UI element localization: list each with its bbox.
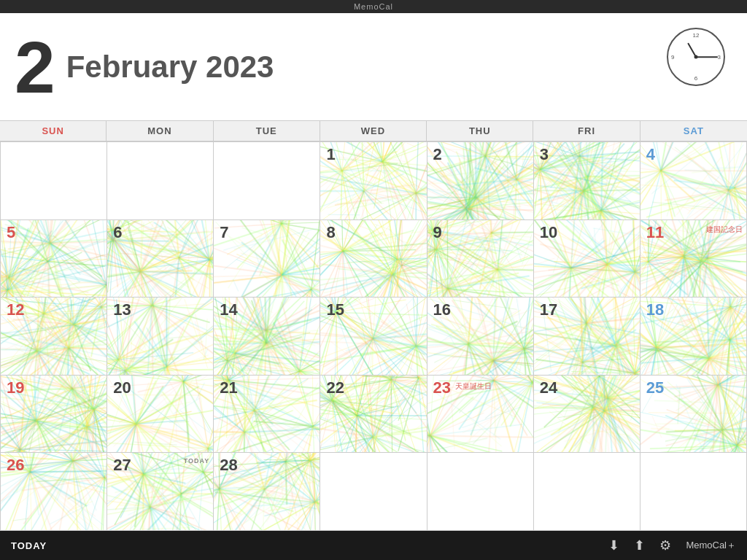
day-number: 11 (646, 225, 664, 241)
calendar-cell[interactable]: 2 (427, 142, 534, 220)
art-canvas (320, 142, 426, 219)
calendar-cell[interactable]: 28 (214, 453, 320, 531)
day-number: 5 (7, 225, 15, 241)
day-number: 22 (326, 380, 344, 396)
calendar-cell[interactable]: 10 (534, 220, 640, 298)
calendar-grid: 1234567891011建国記念日1213141516171819202122… (0, 141, 747, 531)
clock-face: 12 3 6 9 (667, 28, 725, 86)
calendar-cell[interactable]: 21 (214, 376, 320, 454)
calendar-cell[interactable] (320, 453, 427, 531)
calendar-cell[interactable]: 17 (534, 298, 640, 376)
memo-cal-logo: MemoCal＋ (686, 539, 736, 552)
bottom-right: ⬇ ⬆ ⚙ MemoCal＋ (608, 537, 736, 553)
calendar-cell[interactable]: 23天皇誕生日 (427, 376, 534, 454)
day-headers: SUN MON TUE WED THU FRI SAT (0, 121, 747, 141)
day-number: 18 (646, 302, 664, 318)
day-header-sat: SAT (640, 121, 747, 141)
calendar-cell[interactable] (534, 453, 640, 531)
art-canvas (427, 220, 533, 298)
day-number: 9 (433, 225, 442, 241)
art-canvas (534, 142, 640, 219)
today-button[interactable]: TODAY (11, 540, 47, 551)
header: 2 February 2023 12 3 6 9 (0, 13, 747, 121)
bottombar: TODAY ⬇ ⬆ ⚙ MemoCal＋ (0, 531, 747, 560)
art-canvas (1, 220, 107, 298)
calendar-cell[interactable]: 12 (1, 298, 107, 376)
calendar-cell[interactable]: 16 (427, 298, 534, 376)
day-header-wed: WED (320, 121, 427, 141)
calendar-cell[interactable]: 18 (640, 298, 747, 376)
day-number: 10 (540, 225, 557, 241)
calendar-cell[interactable]: 20 (107, 376, 214, 454)
month-title: February 2023 (66, 50, 274, 85)
day-header-thu: THU (427, 121, 533, 141)
share-icon[interactable]: ⬆ (634, 537, 645, 553)
day-header-mon: MON (107, 121, 213, 141)
day-number: 19 (7, 380, 24, 396)
clock: 12 3 6 9 (667, 28, 725, 86)
calendar-cell[interactable]: 19 (1, 376, 107, 454)
day-number: 28 (220, 457, 237, 473)
day-number: 25 (646, 380, 664, 396)
clock-3: 3 (718, 54, 721, 61)
art-canvas (320, 220, 426, 298)
day-number: 6 (113, 225, 122, 241)
calendar-cell[interactable]: 1 (320, 142, 427, 220)
calendar-cell[interactable]: 13 (107, 298, 214, 376)
download-icon[interactable]: ⬇ (608, 537, 619, 553)
calendar-cell[interactable]: 11建国記念日 (640, 220, 747, 298)
day-number: 16 (433, 302, 451, 318)
day-header-fri: FRI (533, 121, 640, 141)
calendar-cell[interactable]: 6 (107, 220, 214, 298)
calendar-cell[interactable]: 26 (1, 453, 107, 531)
clock-9: 9 (671, 54, 674, 61)
day-number: 21 (220, 380, 237, 396)
day-number: 8 (326, 225, 335, 241)
holiday-label: 建国記念日 (706, 225, 743, 235)
calendar-cell[interactable]: 14 (214, 298, 320, 376)
clock-6: 6 (694, 75, 697, 82)
art-canvas (214, 220, 320, 298)
calendar-cell[interactable] (214, 142, 320, 220)
calendar-cell[interactable]: 7 (214, 220, 320, 298)
day-number: 23 (433, 380, 451, 396)
calendar-cell[interactable]: 3 (534, 142, 640, 220)
calendar-cell[interactable]: 27TODAY (107, 453, 214, 531)
art-canvas (107, 220, 213, 298)
day-header-tue: TUE (214, 121, 320, 141)
center-dot (694, 55, 698, 59)
day-number: 7 (220, 225, 228, 241)
calendar-cell[interactable]: 9 (427, 220, 534, 298)
art-canvas (427, 142, 533, 219)
calendar-cell[interactable] (1, 142, 107, 220)
settings-icon[interactable]: ⚙ (659, 537, 671, 553)
calendar-cell[interactable]: 5 (1, 220, 107, 298)
day-number: 1 (326, 147, 335, 163)
calendar-cell[interactable] (640, 453, 747, 531)
clock-12: 12 (693, 32, 700, 39)
art-canvas (640, 142, 746, 219)
day-number: 24 (540, 380, 557, 396)
calendar-cell[interactable]: 4 (640, 142, 747, 220)
day-number: 2 (433, 147, 442, 163)
calendar-cell[interactable]: 8 (320, 220, 427, 298)
calendar-cell[interactable]: 22 (320, 376, 427, 454)
day-number: 17 (540, 302, 557, 318)
calendar-cell[interactable]: 24 (534, 376, 640, 454)
day-number: 20 (113, 380, 131, 396)
calendar-cell[interactable] (427, 453, 534, 531)
day-number: 15 (326, 302, 344, 318)
day-number: 3 (540, 147, 549, 163)
app: MemoCal 2 February 2023 12 3 6 9 SUN MON… (0, 0, 747, 560)
minute-hand (696, 56, 718, 58)
app-title: MemoCal (354, 2, 393, 11)
calendar-cell[interactable]: 25 (640, 376, 747, 454)
calendar-cell[interactable]: 15 (320, 298, 427, 376)
day-number: 4 (646, 147, 655, 163)
day-number: 27 (113, 457, 131, 473)
day-number: 12 (7, 302, 24, 318)
day-number: 13 (113, 302, 131, 318)
month-number: 2 (15, 31, 55, 104)
event-label: 天皇誕生日 (455, 381, 492, 392)
calendar-cell[interactable] (107, 142, 214, 220)
